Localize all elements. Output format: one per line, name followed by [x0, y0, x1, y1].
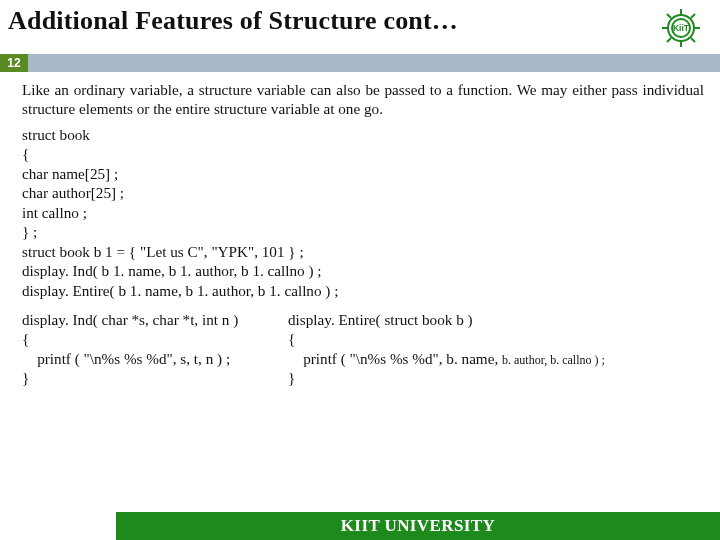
- func-r-line2: {: [288, 330, 295, 347]
- svg-line-8: [691, 14, 695, 18]
- slide-title: Additional Features of Structure cont…: [8, 6, 650, 36]
- func-r-line1: display. Entire( struct book b ): [288, 311, 473, 328]
- slide: Additional Features of Structure cont…: [0, 0, 720, 540]
- kiit-logo-icon: KiiT: [650, 6, 712, 50]
- func-display-ind: display. Ind( char *s, char *t, int n ) …: [22, 310, 284, 388]
- func-r-line3a: printf ( "\n%s %s %d", b. name,: [288, 350, 502, 367]
- svg-line-6: [667, 14, 671, 18]
- content-area: Like an ordinary variable, a structure v…: [0, 78, 720, 388]
- functions-row: display. Ind( char *s, char *t, int n ) …: [22, 310, 704, 388]
- func-r-line4: }: [288, 369, 295, 386]
- band-fill: [28, 54, 720, 72]
- page-number: 12: [0, 54, 28, 72]
- func-display-entire: display. Entire( struct book b ) { print…: [288, 310, 704, 388]
- page-band: 12: [0, 54, 720, 72]
- code-struct-block: struct book { char name[25] ; char autho…: [22, 125, 704, 300]
- logo-text: KiiT: [673, 23, 690, 33]
- intro-paragraph: Like an ordinary variable, a structure v…: [22, 80, 704, 119]
- svg-line-9: [667, 38, 671, 42]
- func-r-line3b: b. author, b. callno ) ;: [502, 353, 605, 367]
- title-row: Additional Features of Structure cont…: [0, 0, 720, 52]
- footer-university: KIIT UNIVERSITY: [116, 512, 720, 540]
- svg-line-7: [691, 38, 695, 42]
